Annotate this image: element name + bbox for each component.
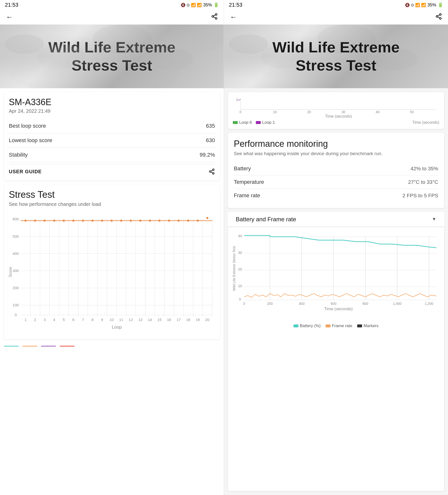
svg-point-58 (72, 220, 74, 221)
stress-test-chart: 600 500 400 300 200 100 0 Score (9, 212, 215, 334)
best-loop-label: Best loop score (9, 123, 46, 129)
battery-legend-color (293, 324, 298, 327)
svg-line-98 (438, 15, 440, 16)
right-status-icons: 🔇 ⊙ 📶 📶 35% 🔋 (405, 2, 443, 8)
svg-text:19: 19 (196, 317, 200, 322)
svg-text:10: 10 (273, 110, 277, 114)
device-date: Apr 24, 2022 21:49 (9, 108, 215, 114)
svg-text:11: 11 (119, 317, 123, 322)
left-back-button[interactable]: ← (6, 13, 13, 21)
svg-point-56 (53, 220, 55, 221)
stress-test-title: Stress Test (9, 189, 215, 200)
battery-metric-row: Battery 42% to 35% (234, 162, 438, 176)
svg-text:800: 800 (363, 302, 369, 306)
svg-text:Score: Score (9, 267, 13, 277)
left-hero-banner: Wild Life Extreme Stress Test (0, 25, 224, 88)
right-time: 21:53 (229, 2, 242, 8)
svg-text:14: 14 (148, 317, 152, 322)
svg-line-105 (239, 99, 241, 100)
svg-point-53 (25, 220, 26, 221)
stress-test-subtitle: See how performance changes under load (9, 201, 215, 207)
user-guide-row[interactable]: USER GUIDE (9, 164, 215, 176)
svg-text:1,200: 1,200 (425, 302, 433, 306)
best-loop-row: Best loop score 635 (9, 119, 215, 133)
battery-value: 42% to 35% (410, 166, 438, 172)
right-share-button[interactable] (435, 13, 442, 22)
framerate-metric-row: Frame rate 2 FPS to 5 FPS (234, 189, 438, 202)
mini-chart-svg: 0 0 10 20 30 40 50 Time (seconds) (233, 96, 439, 118)
battery-pct-legend: Battery (%) (293, 323, 321, 328)
left-share-button[interactable] (211, 13, 218, 22)
svg-text:15: 15 (158, 317, 162, 322)
stress-chart-svg: 600 500 400 300 200 100 0 Score (9, 212, 215, 334)
right-hero-title: Wild Life Extreme Stress Test (273, 38, 400, 75)
right-status-bar: 21:53 🔇 ⊙ 📶 📶 35% 🔋 (224, 0, 448, 10)
svg-text:500: 500 (13, 234, 19, 238)
svg-point-1 (212, 15, 214, 17)
right-hero-banner: Wild Life Extreme Stress Test (224, 25, 448, 88)
svg-text:100: 100 (13, 303, 19, 307)
loop1-label: Loop 1 (262, 120, 275, 125)
stability-value: 99.2% (200, 152, 215, 158)
svg-point-62 (111, 220, 113, 221)
bottom-strip (4, 343, 220, 349)
svg-point-5 (5, 34, 44, 54)
svg-text:4: 4 (53, 317, 55, 322)
svg-text:20: 20 (205, 317, 210, 322)
left-signal-icons: 🔇 ⊙ 📶 📶 (181, 3, 202, 7)
svg-point-11 (115, 58, 179, 88)
temperature-label: Temperature (234, 179, 264, 185)
svg-point-103 (415, 33, 448, 50)
svg-point-94 (440, 14, 441, 15)
svg-point-55 (44, 220, 46, 221)
loop1-legend: Loop 1 (256, 120, 275, 125)
user-guide-share-icon[interactable] (209, 168, 215, 175)
svg-text:2: 2 (34, 317, 36, 322)
framerate-legend-label: Frame rate (332, 323, 352, 328)
svg-text:7: 7 (82, 317, 84, 322)
svg-point-9 (191, 33, 224, 50)
svg-point-7 (93, 25, 152, 54)
performance-card: Performance monitoring See what was happ… (228, 133, 444, 208)
dropdown-label: Battery and Frame rate (236, 216, 296, 223)
svg-text:300: 300 (13, 269, 19, 273)
lowest-loop-label: Lowest loop score (9, 137, 52, 144)
right-back-button[interactable]: ← (230, 13, 237, 21)
svg-text:200: 200 (267, 302, 273, 306)
svg-line-3 (213, 17, 215, 18)
svg-point-54 (34, 220, 36, 221)
svg-text:1,000: 1,000 (393, 302, 401, 306)
svg-line-16 (211, 170, 212, 171)
svg-point-12 (212, 169, 214, 171)
svg-text:Time (seconds): Time (seconds) (324, 307, 353, 311)
right-phone-panel: 21:53 🔇 ⊙ 📶 📶 35% 🔋 ← Wild Life Extreme (224, 0, 448, 495)
svg-line-97 (438, 17, 440, 18)
svg-text:0: 0 (15, 313, 17, 317)
svg-text:30: 30 (342, 110, 345, 114)
left-status-icons: 🔇 ⊙ 📶 📶 35% 🔋 (181, 2, 219, 8)
user-guide-label: USER GUIDE (9, 169, 42, 175)
svg-point-66 (149, 220, 151, 221)
svg-point-13 (209, 171, 211, 173)
svg-point-70 (187, 220, 189, 221)
svg-text:3: 3 (44, 317, 46, 322)
left-status-bar: 21:53 🔇 ⊙ 📶 📶 35% 🔋 (0, 0, 224, 10)
svg-text:400: 400 (13, 251, 19, 256)
svg-point-61 (101, 220, 103, 221)
svg-point-64 (130, 220, 132, 221)
svg-point-14 (212, 173, 214, 174)
battery-label: Battery (234, 165, 251, 172)
svg-text:200: 200 (13, 286, 19, 290)
svg-text:10: 10 (238, 284, 242, 288)
svg-point-95 (436, 15, 438, 17)
dropdown-arrow: ▼ (432, 217, 436, 222)
purple-line (41, 346, 56, 346)
dropdown-row[interactable]: Battery and Frame rate ▼ (228, 212, 444, 227)
svg-text:20: 20 (238, 267, 242, 271)
svg-text:0: 0 (240, 110, 242, 114)
orange-line (23, 346, 37, 346)
right-signal-icons: 🔇 ⊙ 📶 📶 (405, 3, 426, 7)
loop6-legend: Loop 6 (233, 120, 252, 125)
svg-text:5: 5 (63, 317, 65, 322)
svg-point-65 (139, 220, 141, 221)
